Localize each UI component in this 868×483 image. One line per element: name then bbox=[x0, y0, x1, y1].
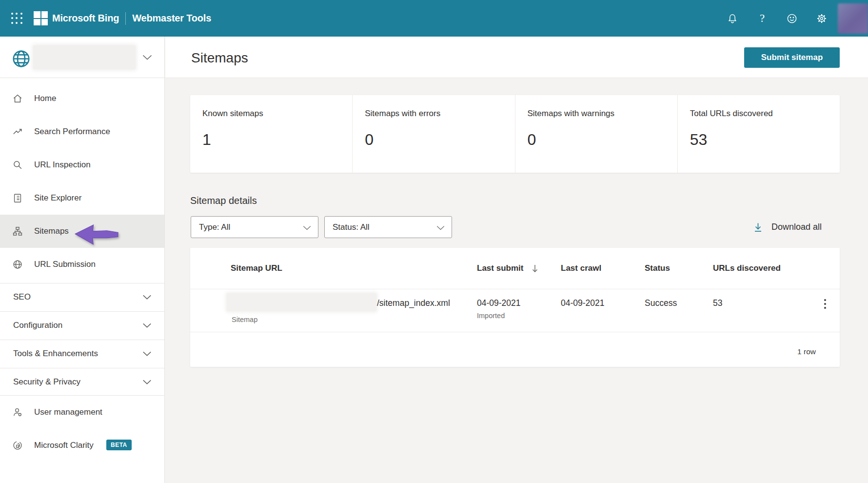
sitemap-url-redacted bbox=[227, 293, 376, 311]
column-header-urls-discovered[interactable]: URLs discovered bbox=[713, 248, 781, 289]
feedback-smiley-icon[interactable] bbox=[786, 13, 798, 24]
user-avatar[interactable] bbox=[838, 3, 868, 34]
home-icon bbox=[12, 93, 23, 104]
annotation-arrow bbox=[74, 222, 120, 247]
sidebar-section-configuration[interactable]: Configuration bbox=[0, 311, 164, 339]
page-header: Sitemaps Submit sitemap bbox=[165, 37, 868, 78]
last-crawl-date: 04-09-2021 bbox=[561, 298, 605, 308]
download-all-button[interactable]: Download all bbox=[753, 216, 822, 238]
beta-badge: BETA bbox=[106, 440, 132, 450]
sitemap-type-label: Sitemap bbox=[232, 316, 257, 323]
magnifier-icon bbox=[12, 160, 23, 170]
sitemap-details-heading: Sitemap details bbox=[190, 195, 257, 206]
microsoft-logo bbox=[34, 11, 48, 25]
stat-total-urls-discovered: Total URLs discovered 53 bbox=[678, 95, 840, 173]
sidebar: Home Search Performance URL Inspection S… bbox=[0, 37, 165, 483]
settings-gear-icon[interactable] bbox=[816, 13, 828, 24]
chevron-down-icon bbox=[142, 323, 152, 328]
column-header-last-submit[interactable]: Last submit bbox=[477, 248, 523, 289]
sidebar-item-url-submission[interactable]: URL Submission bbox=[0, 248, 164, 281]
sidebar-item-site-explorer[interactable]: Site Explorer bbox=[0, 181, 164, 215]
chevron-down-icon bbox=[303, 225, 311, 230]
stat-known-sitemaps: Known sitemaps 1 bbox=[190, 95, 353, 173]
status-filter-dropdown[interactable]: Status: All bbox=[324, 216, 452, 238]
trend-icon bbox=[12, 126, 23, 137]
app-launcher-icon[interactable] bbox=[11, 13, 22, 24]
column-header-status[interactable]: Status bbox=[645, 248, 670, 289]
clarity-icon bbox=[12, 440, 23, 451]
sidebar-section-tools-enhancements[interactable]: Tools & Enhancements bbox=[0, 340, 164, 367]
sitemaps-table: Sitemap URL Last submit Last crawl Statu… bbox=[190, 248, 840, 367]
table-row-count: 1 row bbox=[797, 347, 816, 356]
sitemap-url-suffix[interactable]: /sitemap_index.xml bbox=[377, 298, 450, 308]
brand-name: Microsoft Bing bbox=[52, 13, 119, 24]
sort-descending-icon bbox=[532, 264, 538, 273]
download-icon bbox=[753, 222, 763, 233]
row-actions-menu[interactable] bbox=[822, 297, 828, 311]
submit-note: Imported bbox=[477, 312, 505, 320]
sitemap-icon bbox=[12, 226, 23, 237]
urls-discovered-value: 53 bbox=[713, 298, 722, 308]
sidebar-item-microsoft-clarity[interactable]: Microsoft Clarity BETA bbox=[0, 429, 164, 462]
sidebar-item-search-performance[interactable]: Search Performance bbox=[0, 115, 164, 148]
sidebar-item-home[interactable]: Home bbox=[0, 82, 164, 115]
page-title: Sitemaps bbox=[191, 50, 248, 66]
table-row-divider bbox=[190, 332, 840, 332]
column-header-last-crawl[interactable]: Last crawl bbox=[561, 248, 601, 289]
help-icon[interactable]: ? bbox=[756, 13, 768, 24]
stat-sitemaps-with-warnings: Sitemaps with warnings 0 bbox=[515, 95, 678, 173]
user-icon bbox=[12, 407, 23, 418]
sidebar-section-security-privacy[interactable]: Security & Privacy bbox=[0, 368, 164, 396]
brand-separator bbox=[125, 12, 126, 25]
top-app-bar: Microsoft Bing Webmaster Tools ? bbox=[0, 0, 868, 37]
type-filter-dropdown[interactable]: Type: All bbox=[191, 216, 318, 238]
table-header-divider bbox=[190, 289, 840, 289]
sidebar-section-seo[interactable]: SEO bbox=[0, 283, 164, 311]
product-name: Webmaster Tools bbox=[132, 13, 211, 24]
sidebar-item-user-management[interactable]: User management bbox=[0, 396, 164, 429]
globe-icon bbox=[12, 259, 23, 270]
chevron-down-icon bbox=[142, 380, 152, 384]
notifications-bell-icon[interactable] bbox=[727, 13, 738, 24]
chevron-down-icon bbox=[142, 295, 152, 300]
chevron-down-icon bbox=[142, 55, 152, 60]
document-list-icon bbox=[12, 193, 23, 203]
stats-cards: Known sitemaps 1 Sitemaps with errors 0 … bbox=[190, 95, 840, 173]
status-value: Success bbox=[645, 298, 677, 308]
sidebar-item-url-inspection[interactable]: URL Inspection bbox=[0, 148, 164, 181]
last-submit-date: 04-09-2021 bbox=[477, 298, 521, 308]
chevron-down-icon bbox=[142, 351, 152, 356]
site-name-redacted bbox=[33, 45, 136, 69]
site-selector[interactable] bbox=[0, 37, 164, 78]
column-header-sitemap-url[interactable]: Sitemap URL bbox=[231, 248, 282, 289]
stat-sitemaps-with-errors: Sitemaps with errors 0 bbox=[353, 95, 515, 173]
submit-sitemap-button[interactable]: Submit sitemap bbox=[744, 47, 840, 68]
chevron-down-icon bbox=[436, 225, 445, 230]
site-globe-icon bbox=[11, 49, 31, 69]
